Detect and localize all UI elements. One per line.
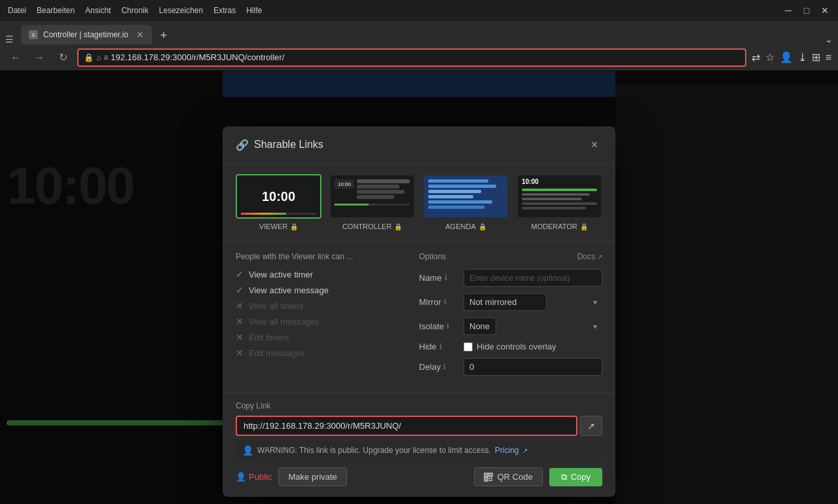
perm-edit-messages: ✕ Edit messages (236, 348, 403, 358)
ctrl-line-2 (357, 185, 399, 189)
public-status-button[interactable]: 👤 Public (236, 472, 272, 482)
link-icon: 🔗 (236, 139, 249, 151)
moderator-lock-icon: 🔒 (580, 223, 588, 230)
option-hide-row: Hide ℹ Hide controls overlay (419, 342, 602, 351)
option-delay-label: Delay ℹ (419, 362, 458, 372)
copy-link-input[interactable] (236, 416, 577, 436)
isolate-info-icon[interactable]: ℹ (446, 322, 449, 331)
viewer-lock-icon: 🔒 (290, 223, 298, 230)
back-button[interactable]: ← (7, 48, 25, 67)
forward-button[interactable]: → (30, 48, 48, 67)
modal-body: People with the Viewer link can ... ✓ Vi… (223, 242, 615, 393)
tabbar: ☰ S Controller | stagetimer.io ✕ + ⌄ (0, 21, 838, 45)
controller-tab[interactable]: 10:00 CONTROLLER 🔒 (329, 174, 415, 230)
browser-chrome: // render menu items inline Datei Bearbe… (0, 0, 838, 71)
close-window-button[interactable]: ✕ (820, 5, 830, 16)
ctrl-line-1 (357, 179, 410, 183)
svg-rect-8 (489, 480, 490, 481)
viewer-bar-fill (241, 213, 286, 215)
pricing-external-icon: ↗ (522, 447, 528, 454)
perm-text-2: View active message (249, 285, 329, 295)
modal-close-button[interactable]: × (587, 137, 602, 153)
agenda-line-1 (428, 179, 488, 183)
address-bar-container[interactable]: 🔒 ⌂ ≡ 192.168.178.29:3000/r/M5R3JUNQ/con… (77, 48, 746, 67)
ctrl-mini-timer: 10:00 (335, 179, 354, 189)
ctrl-line-3 (357, 190, 405, 194)
sync-button[interactable]: ⤓ (798, 51, 807, 63)
menu-button[interactable]: ≡ (826, 52, 831, 63)
option-isolate-label: Isolate ℹ (419, 321, 458, 331)
window-controls: ─ □ ✕ (783, 5, 830, 16)
copy-icon: ⧉ (561, 472, 567, 482)
sharable-links-modal: 🔗 Sharable Links × 10:00 VIEWER 🔒 (223, 126, 615, 497)
browser-tab-active[interactable]: S Controller | stagetimer.io ✕ (21, 25, 152, 45)
reload-button[interactable]: ↻ (54, 48, 72, 67)
option-hide-label: Hide ℹ (419, 342, 458, 351)
new-tab-button[interactable]: + (155, 26, 173, 45)
agenda-line-2 (428, 185, 496, 188)
viewer-tab[interactable]: 10:00 VIEWER 🔒 (236, 174, 321, 230)
menu-hilfe[interactable]: Hilfe (246, 6, 262, 15)
svg-rect-1 (486, 474, 487, 475)
open-link-button[interactable]: ↗ (580, 416, 602, 436)
agenda-thumb-content (424, 175, 507, 217)
option-mirror-label: Mirror ℹ (419, 297, 458, 307)
agenda-line-3 (428, 190, 481, 193)
option-delay-row: Delay ℹ (419, 358, 602, 376)
hide-checkbox-row: Hide controls overlay (464, 342, 556, 351)
profile-button[interactable]: 👤 (780, 51, 793, 63)
pricing-link[interactable]: Pricing (495, 446, 519, 455)
agenda-lock-icon: 🔒 (479, 223, 486, 230)
copy-button[interactable]: ⧉ Copy (549, 468, 602, 486)
mod-line-3 (522, 198, 582, 200)
hide-info-icon[interactable]: ℹ (439, 342, 442, 351)
qr-code-button[interactable]: QR Code (474, 467, 542, 486)
perm-text-3: View all timers (249, 301, 304, 311)
mirror-info-icon[interactable]: ℹ (444, 298, 446, 306)
minimize-button[interactable]: ─ (783, 5, 793, 16)
svg-rect-9 (491, 480, 492, 481)
perm-text-1: View active timer (249, 270, 313, 279)
agenda-tab-label: AGENDA 🔒 (445, 223, 486, 230)
menu-extras[interactable]: Extras (213, 6, 236, 15)
delay-info-icon[interactable]: ℹ (443, 363, 446, 371)
options-title: Options (419, 252, 446, 261)
name-info-icon[interactable]: ℹ (445, 274, 447, 282)
copy-link-title: Copy Link (236, 401, 602, 410)
menu-ansicht[interactable]: Ansicht (85, 6, 111, 15)
mirror-select[interactable]: Not mirrored Mirrored horizontal Mirrore… (464, 293, 547, 311)
modal-title: Sharable Links (254, 139, 587, 151)
sidebar-toggle-icon[interactable]: ☰ (5, 34, 14, 45)
address-url-text: 192.168.178.29:3000/r/M5R3JUNQ/controlle… (111, 52, 284, 62)
ctrl-progress-bg (335, 204, 410, 206)
moderator-tab-label: MODERATOR 🔒 (531, 223, 588, 230)
tab-close-button[interactable]: ✕ (136, 29, 144, 40)
controller-thumb-content: 10:00 (331, 175, 414, 217)
translate-button[interactable]: ⇄ (752, 51, 760, 63)
moderator-tab[interactable]: 10:00 MODERATOR 🔒 (517, 174, 602, 230)
extensions-button[interactable]: ⊞ (812, 51, 820, 63)
svg-rect-7 (491, 478, 492, 479)
hide-controls-checkbox[interactable] (464, 342, 473, 351)
menu-bearbeiten[interactable]: Bearbeiten (37, 6, 75, 15)
perm-view-all-timers: ✕ View all timers (236, 300, 403, 311)
perm-x-icon-6: ✕ (236, 348, 244, 358)
tab-expand-icon[interactable]: ⌄ (825, 34, 833, 45)
menu-datei[interactable]: Datei (8, 6, 26, 15)
delay-input[interactable] (464, 358, 602, 376)
options-header: Options Docs ↗ (419, 252, 602, 261)
warning-text: WARNING: This link is public. Upgrade yo… (257, 446, 491, 455)
isolate-select[interactable]: None (464, 317, 496, 335)
moderator-thumb-content: 10:00 (518, 175, 601, 217)
name-input[interactable] (464, 269, 602, 287)
bookmark-star-button[interactable]: ☆ (765, 51, 774, 63)
warning-row: 👤 WARNING: This link is public. Upgrade … (236, 441, 602, 459)
menu-chronik[interactable]: Chronik (121, 6, 148, 15)
make-private-button[interactable]: Make private (278, 467, 346, 486)
agenda-tab[interactable]: AGENDA 🔒 (423, 174, 509, 230)
perm-edit-timers: ✕ Edit timers (236, 332, 403, 342)
menu-lesezeichen[interactable]: Lesezeichen (159, 6, 203, 15)
maximize-button[interactable]: □ (801, 5, 812, 16)
qr-code-icon (484, 473, 493, 482)
docs-link[interactable]: Docs ↗ (577, 252, 602, 261)
